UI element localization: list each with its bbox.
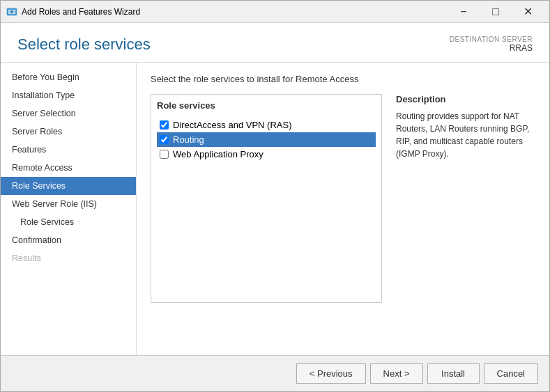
wizard-window: Add Roles and Features Wizard − □ ✕ Sele… bbox=[0, 0, 550, 392]
previous-button[interactable]: < Previous bbox=[296, 363, 366, 384]
sidebar-item-role-services-sub[interactable]: Role Services bbox=[1, 213, 136, 231]
install-button[interactable]: Install bbox=[427, 363, 480, 384]
svg-point-2 bbox=[10, 10, 13, 13]
checkbox-directaccess-input[interactable] bbox=[160, 120, 169, 130]
sidebar-item-role-services[interactable]: Role Services bbox=[1, 177, 136, 195]
cancel-button[interactable]: Cancel bbox=[484, 363, 538, 384]
maximize-button[interactable]: □ bbox=[480, 1, 512, 23]
sidebar-item-results: Results bbox=[1, 249, 136, 267]
title-bar-text: Add Roles and Features Wizard bbox=[22, 7, 448, 17]
destination-server-info: DESTINATION SERVER RRAS bbox=[450, 36, 533, 53]
sidebar-item-before-you-begin[interactable]: Before You Begin bbox=[1, 68, 136, 86]
checkbox-routing-input[interactable] bbox=[160, 135, 169, 144]
sidebar-item-confirmation[interactable]: Confirmation bbox=[1, 231, 136, 249]
sidebar-item-installation-type[interactable]: Installation Type bbox=[1, 86, 136, 104]
next-button[interactable]: Next > bbox=[370, 363, 423, 384]
intro-text: Select the role services to install for … bbox=[151, 74, 535, 84]
role-services-title: Role services bbox=[157, 100, 376, 111]
description-text: Routing provides support for NAT Routers… bbox=[396, 110, 535, 160]
sidebar-item-web-server-role[interactable]: Web Server Role (IIS) bbox=[1, 195, 136, 213]
header-section: Select role services DESTINATION SERVER … bbox=[1, 23, 549, 62]
checkbox-web-app-proxy-input[interactable] bbox=[160, 150, 169, 159]
checkbox-routing-label: Routing bbox=[173, 134, 204, 145]
close-button[interactable]: ✕ bbox=[512, 1, 544, 23]
page-title: Select role services bbox=[17, 36, 151, 54]
checkbox-directaccess-label: DirectAccess and VPN (RAS) bbox=[173, 120, 292, 130]
title-bar-controls: − □ ✕ bbox=[448, 1, 544, 23]
sidebar-item-server-roles[interactable]: Server Roles bbox=[1, 123, 136, 141]
sidebar-item-server-selection[interactable]: Server Selection bbox=[1, 104, 136, 123]
checkbox-web-app-proxy-label: Web Application Proxy bbox=[173, 149, 263, 159]
two-col-layout: Role services DirectAccess and VPN (RAS)… bbox=[151, 94, 535, 303]
sidebar: Before You Begin Installation Type Serve… bbox=[1, 63, 137, 355]
title-bar: Add Roles and Features Wizard − □ ✕ bbox=[1, 1, 549, 23]
minimize-button[interactable]: − bbox=[448, 1, 480, 23]
content-area: Select role services DESTINATION SERVER … bbox=[1, 23, 549, 355]
checkbox-web-app-proxy[interactable]: Web Application Proxy bbox=[157, 147, 376, 162]
footer: < Previous Next > Install Cancel bbox=[1, 355, 549, 391]
app-icon bbox=[6, 6, 17, 17]
main-body: Before You Begin Installation Type Serve… bbox=[1, 62, 549, 355]
destination-label: DESTINATION SERVER bbox=[450, 36, 533, 43]
main-content: Select the role services to install for … bbox=[137, 63, 549, 355]
role-services-panel: Role services DirectAccess and VPN (RAS)… bbox=[151, 94, 382, 303]
description-title: Description bbox=[396, 94, 535, 104]
server-name: RRAS bbox=[450, 43, 533, 53]
sidebar-item-features[interactable]: Features bbox=[1, 141, 136, 159]
description-panel: Description Routing provides support for… bbox=[396, 94, 535, 303]
checkbox-routing[interactable]: Routing bbox=[157, 132, 376, 147]
sidebar-item-remote-access[interactable]: Remote Access bbox=[1, 159, 136, 177]
checkbox-directaccess[interactable]: DirectAccess and VPN (RAS) bbox=[157, 118, 376, 132]
